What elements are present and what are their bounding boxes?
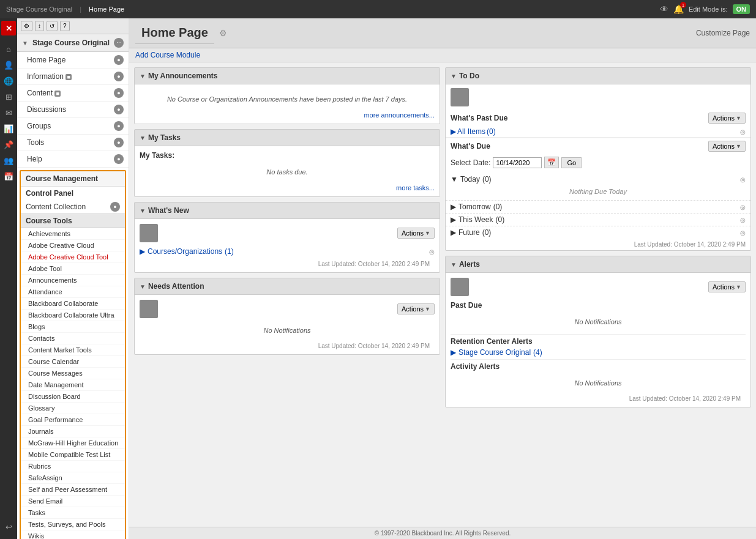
needs-attention-collapse[interactable]: ▼ (140, 283, 146, 290)
close-panel-btn[interactable]: ✕ (1, 21, 16, 35)
home-page-tab[interactable]: Home Page (89, 6, 124, 13)
tool-wikis[interactable]: Wikis (21, 530, 125, 539)
tool-send-email[interactable]: Send Email (21, 496, 125, 507)
sidebar-item-information[interactable]: Information ■ ● (17, 69, 129, 85)
course-section-header[interactable]: ▼ Stage Course Original ⋯ (17, 34, 129, 52)
course-options-btn[interactable]: ⋯ (114, 38, 124, 48)
course-tab[interactable]: Stage Course Original (6, 6, 72, 13)
course-tools-header[interactable]: Course Tools (21, 214, 125, 228)
tool-goal-performance[interactable]: Goal Performance (21, 414, 125, 426)
sidebar-settings-btn[interactable]: ⚙ (21, 21, 32, 31)
mail-icon[interactable]: ✉ (1, 105, 16, 120)
edit-mode-value[interactable]: ON (733, 4, 750, 14)
sidebar-item-groups[interactable]: Groups ● (17, 118, 129, 135)
whats-due-actions-btn[interactable]: Actions ▼ (708, 141, 746, 152)
sidebar-reorder-btn[interactable]: ↕ (35, 21, 44, 31)
back-icon[interactable]: ↩ (1, 519, 16, 534)
sidebar-item-content[interactable]: Content ■ ● (17, 85, 129, 102)
courses-info-btn[interactable]: ◎ (429, 248, 435, 255)
help-options[interactable]: ● (114, 154, 124, 164)
tool-course-calendar[interactable]: Course Calendar (21, 356, 125, 368)
tool-bb-collaborate-ultra[interactable]: Blackboard Collaborate Ultra (21, 310, 125, 321)
courses-org-link[interactable]: ▶ Courses/Organizations (1) ◎ (140, 245, 435, 258)
tool-discussion-board[interactable]: Discussion Board (21, 391, 125, 403)
page-settings-icon[interactable]: ⚙ (219, 28, 227, 38)
sidebar-item-homepage[interactable]: Home Page ● (17, 52, 129, 69)
all-items-link[interactable]: ▶ All Items (0) (451, 127, 496, 136)
stage-course-link[interactable]: ▶ Stage Course Original (4) (451, 348, 746, 357)
eye-icon[interactable]: 👁 (660, 4, 668, 14)
tool-attendance[interactable]: Attendance (21, 286, 125, 298)
grid-icon[interactable]: ⊞ (1, 89, 16, 104)
this-week-info[interactable]: ◎ (740, 217, 746, 223)
add-course-module-link[interactable]: Add Course Module (135, 51, 200, 59)
tools-options[interactable]: ● (114, 138, 124, 147)
tool-adobe-tool[interactable]: Adobe Tool (21, 263, 125, 275)
information-options[interactable]: ● (114, 72, 124, 81)
control-panel-link[interactable]: Control Panel (21, 187, 125, 200)
globe-icon[interactable]: 🌐 (1, 73, 16, 88)
sidebar-item-discussions[interactable]: Discussions ● (17, 102, 129, 118)
pin-icon[interactable]: 📌 (1, 137, 16, 152)
alerts-collapse[interactable]: ▼ (451, 261, 457, 268)
tool-mcgraw[interactable]: McGraw-Hill Higher Education (21, 437, 125, 449)
tool-contacts[interactable]: Contacts (21, 333, 125, 344)
content-collection-options[interactable]: ● (110, 202, 120, 212)
tool-glossary[interactable]: Glossary (21, 403, 125, 414)
tasks-collapse[interactable]: ▼ (140, 135, 146, 141)
content-collection-link[interactable]: Content Collection ● (21, 200, 125, 214)
bell-icon[interactable]: 🔔1 (673, 4, 684, 14)
homepage-options[interactable]: ● (114, 55, 124, 65)
this-week-link[interactable]: ▶ This Week (0) (451, 215, 504, 224)
chart-icon[interactable]: 📊 (1, 121, 16, 136)
tool-self-peer[interactable]: Self and Peer Assessment (21, 484, 125, 496)
sidebar-item-tools[interactable]: Tools ● (17, 135, 129, 151)
tomorrow-link[interactable]: ▶ Tomorrow (0) (451, 203, 502, 211)
todo-collapse[interactable]: ▼ (451, 73, 457, 80)
tool-adobe-cc[interactable]: Adobe Creative Cloud (21, 240, 125, 251)
tool-announcements[interactable]: Announcements (21, 275, 125, 286)
home-icon[interactable]: ⌂ (1, 42, 16, 56)
tool-date-management[interactable]: Date Management (21, 379, 125, 391)
all-items-info[interactable]: ◎ (740, 128, 746, 135)
tool-adobe-cc-tool[interactable]: Adobe Creative Cloud Tool (21, 251, 125, 263)
needs-attention-actions-btn[interactable]: Actions ▼ (397, 303, 435, 314)
tool-achievements[interactable]: Achievements (21, 228, 125, 240)
whats-new-collapse[interactable]: ▼ (140, 207, 146, 214)
announcements-collapse[interactable]: ▼ (140, 73, 146, 80)
tool-bb-collaborate[interactable]: Blackboard Collaborate (21, 298, 125, 310)
tool-course-messages[interactable]: Course Messages (21, 368, 125, 379)
tool-safeassign[interactable]: SafeAssign (21, 472, 125, 484)
tool-content-market[interactable]: Content Market Tools (21, 344, 125, 356)
tool-tasks[interactable]: Tasks (21, 507, 125, 519)
calendar-picker-btn[interactable]: 📅 (544, 157, 559, 168)
tomorrow-info[interactable]: ◎ (740, 204, 746, 210)
people2-icon[interactable]: 👥 (1, 153, 16, 168)
future-link[interactable]: ▶ Future (0) (451, 228, 491, 237)
needs-attention-empty: No Notifications (140, 321, 435, 340)
discussions-options[interactable]: ● (114, 105, 124, 114)
today-link[interactable]: ▼ Today (0) (451, 175, 492, 184)
past-due-actions-btn[interactable]: Actions ▼ (708, 113, 746, 124)
tool-tests[interactable]: Tests, Surveys, and Pools (21, 519, 125, 530)
go-btn[interactable]: Go (561, 157, 582, 168)
tool-mobile-test[interactable]: Mobile Compatible Test List (21, 449, 125, 461)
more-tasks-link[interactable]: more tasks... (140, 182, 435, 191)
calendar-icon[interactable]: 📅 (1, 169, 16, 184)
customize-page-btn[interactable]: Customize Page (696, 29, 750, 37)
content-options[interactable]: ● (114, 88, 124, 98)
groups-options[interactable]: ● (114, 121, 124, 131)
whats-new-actions-btn[interactable]: Actions ▼ (397, 228, 435, 239)
future-info[interactable]: ◎ (740, 229, 746, 236)
tool-journals[interactable]: Journals (21, 426, 125, 437)
sidebar-help-btn[interactable]: ? (60, 21, 70, 31)
alerts-actions-btn[interactable]: Actions ▼ (708, 281, 746, 292)
sidebar-refresh-btn[interactable]: ↺ (47, 21, 58, 31)
tool-blogs[interactable]: Blogs (21, 321, 125, 333)
tool-rubrics[interactable]: Rubrics (21, 461, 125, 472)
sidebar-item-help[interactable]: Help ● (17, 151, 129, 168)
people-icon[interactable]: 👤 (1, 58, 16, 72)
more-announcements-link[interactable]: more announcements... (140, 109, 435, 119)
date-input[interactable] (493, 157, 542, 168)
today-info[interactable]: ◎ (740, 176, 746, 183)
